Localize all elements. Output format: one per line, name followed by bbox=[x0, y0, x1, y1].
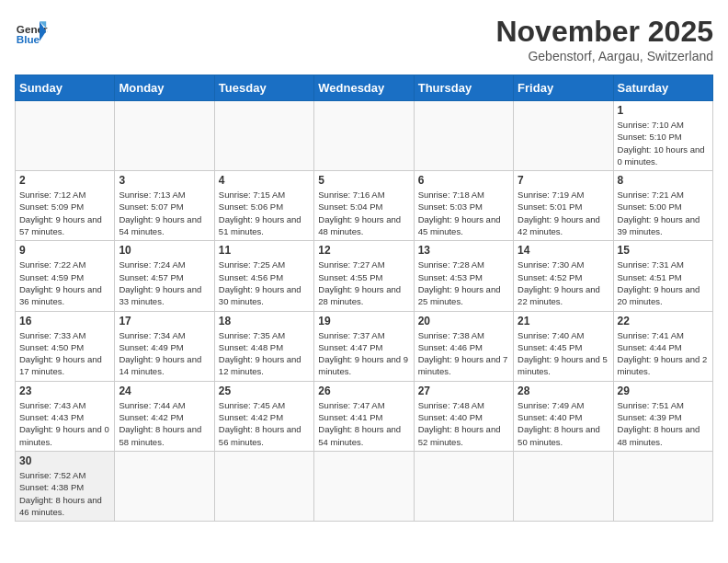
day-info: Sunrise: 7:21 AM Sunset: 5:00 PM Dayligh… bbox=[618, 189, 709, 237]
day-info: Sunrise: 7:19 AM Sunset: 5:01 PM Dayligh… bbox=[518, 189, 609, 237]
calendar-cell: 7Sunrise: 7:19 AM Sunset: 5:01 PM Daylig… bbox=[514, 171, 613, 241]
calendar-cell: 12Sunrise: 7:27 AM Sunset: 4:55 PM Dayli… bbox=[314, 241, 414, 311]
calendar-cell: 2Sunrise: 7:12 AM Sunset: 5:09 PM Daylig… bbox=[16, 171, 115, 241]
day-number: 14 bbox=[518, 244, 609, 257]
calendar-cell bbox=[314, 101, 414, 171]
day-info: Sunrise: 7:33 AM Sunset: 4:50 PM Dayligh… bbox=[19, 329, 110, 378]
day-number: 17 bbox=[119, 315, 210, 327]
day-number: 1 bbox=[618, 104, 709, 117]
calendar-cell: 3Sunrise: 7:13 AM Sunset: 5:07 PM Daylig… bbox=[115, 171, 214, 241]
day-number: 23 bbox=[19, 385, 110, 397]
calendar-cell: 13Sunrise: 7:28 AM Sunset: 4:53 PM Dayli… bbox=[414, 241, 513, 311]
calendar-cell bbox=[314, 451, 414, 521]
calendar-header-row: Sunday Monday Tuesday Wednesday Thursday… bbox=[16, 75, 713, 101]
calendar-cell: 1Sunrise: 7:10 AM Sunset: 5:10 PM Daylig… bbox=[613, 101, 712, 171]
calendar-cell: 4Sunrise: 7:15 AM Sunset: 5:06 PM Daylig… bbox=[214, 171, 313, 241]
logo: General Blue bbox=[15, 15, 48, 48]
day-number: 24 bbox=[119, 385, 210, 397]
day-info: Sunrise: 7:48 AM Sunset: 4:40 PM Dayligh… bbox=[418, 399, 509, 448]
day-number: 11 bbox=[219, 244, 310, 257]
day-info: Sunrise: 7:24 AM Sunset: 4:57 PM Dayligh… bbox=[119, 259, 210, 307]
day-number: 29 bbox=[618, 385, 709, 397]
calendar-cell: 26Sunrise: 7:47 AM Sunset: 4:41 PM Dayli… bbox=[314, 381, 414, 451]
calendar-cell bbox=[414, 101, 513, 171]
day-info: Sunrise: 7:52 AM Sunset: 4:38 PM Dayligh… bbox=[19, 469, 110, 518]
calendar-cell: 30Sunrise: 7:52 AM Sunset: 4:38 PM Dayli… bbox=[16, 451, 115, 521]
col-wednesday: Wednesday bbox=[314, 75, 414, 101]
col-saturday: Saturday bbox=[613, 75, 712, 101]
calendar-week-row: 9Sunrise: 7:22 AM Sunset: 4:59 PM Daylig… bbox=[16, 241, 713, 311]
day-info: Sunrise: 7:37 AM Sunset: 4:47 PM Dayligh… bbox=[318, 329, 409, 378]
calendar-cell: 17Sunrise: 7:34 AM Sunset: 4:49 PM Dayli… bbox=[115, 311, 214, 381]
day-info: Sunrise: 7:16 AM Sunset: 5:04 PM Dayligh… bbox=[318, 189, 409, 237]
day-info: Sunrise: 7:47 AM Sunset: 4:41 PM Dayligh… bbox=[318, 399, 409, 448]
calendar-cell: 6Sunrise: 7:18 AM Sunset: 5:03 PM Daylig… bbox=[414, 171, 513, 241]
day-number: 16 bbox=[19, 315, 110, 327]
calendar-cell: 15Sunrise: 7:31 AM Sunset: 4:51 PM Dayli… bbox=[613, 241, 712, 311]
calendar-cell bbox=[16, 101, 115, 171]
calendar-cell bbox=[414, 451, 513, 521]
day-info: Sunrise: 7:43 AM Sunset: 4:43 PM Dayligh… bbox=[19, 399, 110, 448]
calendar-cell: 18Sunrise: 7:35 AM Sunset: 4:48 PM Dayli… bbox=[214, 311, 313, 381]
day-info: Sunrise: 7:13 AM Sunset: 5:07 PM Dayligh… bbox=[119, 189, 210, 237]
calendar-week-row: 2Sunrise: 7:12 AM Sunset: 5:09 PM Daylig… bbox=[16, 171, 713, 241]
day-info: Sunrise: 7:35 AM Sunset: 4:48 PM Dayligh… bbox=[219, 329, 310, 378]
calendar-cell: 9Sunrise: 7:22 AM Sunset: 4:59 PM Daylig… bbox=[16, 241, 115, 311]
day-number: 8 bbox=[618, 174, 709, 187]
day-number: 10 bbox=[119, 244, 210, 257]
calendar-cell bbox=[115, 101, 214, 171]
day-info: Sunrise: 7:27 AM Sunset: 4:55 PM Dayligh… bbox=[318, 259, 409, 307]
col-sunday: Sunday bbox=[16, 75, 115, 101]
calendar-cell: 20Sunrise: 7:38 AM Sunset: 4:46 PM Dayli… bbox=[414, 311, 513, 381]
day-info: Sunrise: 7:31 AM Sunset: 4:51 PM Dayligh… bbox=[618, 259, 709, 307]
day-number: 25 bbox=[219, 385, 310, 397]
page-header: General Blue November 2025 Gebenstorf, A… bbox=[15, 15, 713, 63]
calendar-cell: 11Sunrise: 7:25 AM Sunset: 4:56 PM Dayli… bbox=[214, 241, 313, 311]
day-info: Sunrise: 7:45 AM Sunset: 4:42 PM Dayligh… bbox=[219, 399, 310, 448]
calendar-cell bbox=[514, 451, 613, 521]
logo-icon: General Blue bbox=[15, 15, 48, 48]
day-number: 6 bbox=[418, 174, 509, 187]
day-number: 2 bbox=[19, 174, 110, 187]
calendar-cell: 24Sunrise: 7:44 AM Sunset: 4:42 PM Dayli… bbox=[115, 381, 214, 451]
day-number: 12 bbox=[318, 244, 409, 257]
svg-text:Blue: Blue bbox=[17, 33, 40, 45]
calendar-cell bbox=[514, 101, 613, 171]
calendar-week-row: 16Sunrise: 7:33 AM Sunset: 4:50 PM Dayli… bbox=[16, 311, 713, 381]
day-info: Sunrise: 7:44 AM Sunset: 4:42 PM Dayligh… bbox=[119, 399, 210, 448]
day-number: 9 bbox=[19, 244, 110, 257]
title-area: November 2025 Gebenstorf, Aargau, Switze… bbox=[495, 15, 713, 63]
day-info: Sunrise: 7:25 AM Sunset: 4:56 PM Dayligh… bbox=[219, 259, 310, 307]
day-number: 4 bbox=[219, 174, 310, 187]
calendar-cell bbox=[613, 451, 712, 521]
calendar-cell bbox=[115, 451, 214, 521]
day-info: Sunrise: 7:10 AM Sunset: 5:10 PM Dayligh… bbox=[618, 119, 709, 167]
day-info: Sunrise: 7:41 AM Sunset: 4:44 PM Dayligh… bbox=[618, 329, 709, 378]
calendar-cell: 14Sunrise: 7:30 AM Sunset: 4:52 PM Dayli… bbox=[514, 241, 613, 311]
day-number: 20 bbox=[418, 315, 509, 327]
calendar-week-row: 23Sunrise: 7:43 AM Sunset: 4:43 PM Dayli… bbox=[16, 381, 713, 451]
day-number: 15 bbox=[618, 244, 709, 257]
day-number: 5 bbox=[318, 174, 409, 187]
day-info: Sunrise: 7:28 AM Sunset: 4:53 PM Dayligh… bbox=[418, 259, 509, 307]
day-number: 27 bbox=[418, 385, 509, 397]
calendar-cell: 28Sunrise: 7:49 AM Sunset: 4:40 PM Dayli… bbox=[514, 381, 613, 451]
day-info: Sunrise: 7:40 AM Sunset: 4:45 PM Dayligh… bbox=[518, 329, 609, 378]
calendar-week-row: 1Sunrise: 7:10 AM Sunset: 5:10 PM Daylig… bbox=[16, 101, 713, 171]
col-friday: Friday bbox=[514, 75, 613, 101]
calendar-cell: 16Sunrise: 7:33 AM Sunset: 4:50 PM Dayli… bbox=[16, 311, 115, 381]
day-info: Sunrise: 7:51 AM Sunset: 4:39 PM Dayligh… bbox=[618, 399, 709, 448]
day-number: 18 bbox=[219, 315, 310, 327]
calendar-cell: 8Sunrise: 7:21 AM Sunset: 5:00 PM Daylig… bbox=[613, 171, 712, 241]
calendar-cell: 19Sunrise: 7:37 AM Sunset: 4:47 PM Dayli… bbox=[314, 311, 414, 381]
calendar-cell: 22Sunrise: 7:41 AM Sunset: 4:44 PM Dayli… bbox=[613, 311, 712, 381]
calendar-cell: 27Sunrise: 7:48 AM Sunset: 4:40 PM Dayli… bbox=[414, 381, 513, 451]
day-info: Sunrise: 7:18 AM Sunset: 5:03 PM Dayligh… bbox=[418, 189, 509, 237]
calendar-cell: 23Sunrise: 7:43 AM Sunset: 4:43 PM Dayli… bbox=[16, 381, 115, 451]
calendar-cell: 10Sunrise: 7:24 AM Sunset: 4:57 PM Dayli… bbox=[115, 241, 214, 311]
col-monday: Monday bbox=[115, 75, 214, 101]
day-number: 19 bbox=[318, 315, 409, 327]
day-number: 21 bbox=[518, 315, 609, 327]
col-thursday: Thursday bbox=[414, 75, 513, 101]
day-info: Sunrise: 7:12 AM Sunset: 5:09 PM Dayligh… bbox=[19, 189, 110, 237]
